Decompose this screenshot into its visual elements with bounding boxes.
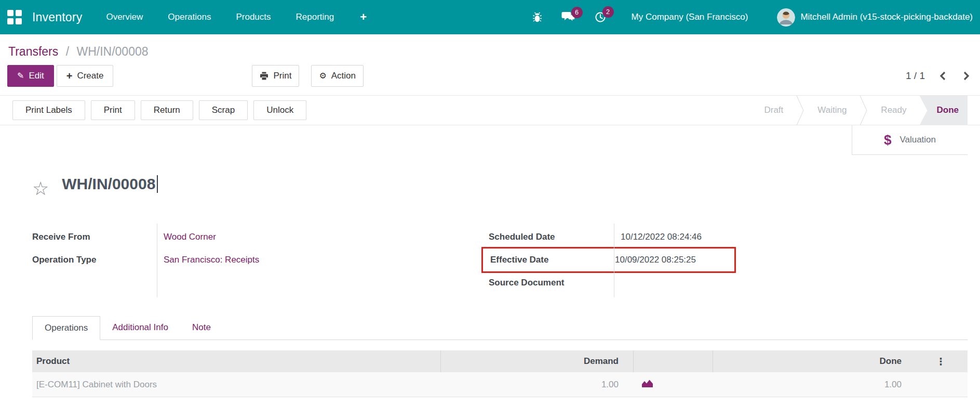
user-avatar[interactable] <box>777 8 795 27</box>
print-button[interactable]: Print <box>252 65 299 87</box>
top-navbar: Inventory Overview Operations Products R… <box>0 0 980 34</box>
forecast-chart-icon[interactable] <box>633 379 713 390</box>
user-menu[interactable]: Mitchell Admin (v15-stock-picking-backda… <box>800 12 973 22</box>
plus-icon: + <box>66 71 73 81</box>
column-header-done: Done <box>713 350 904 372</box>
field-separator <box>157 224 157 297</box>
field-label: Operation Type <box>32 255 157 265</box>
field-source-document: Source Document <box>489 271 736 294</box>
breadcrumb-parent[interactable]: Transfers <box>8 45 58 58</box>
statusbar-buttons: Print Labels Print Return Scrap Unlock <box>12 100 306 120</box>
nav-item-overview[interactable]: Overview <box>106 12 143 22</box>
statusbar: Print Labels Print Return Scrap Unlock D… <box>0 95 980 125</box>
field-receive-from: Receive From Wood Corner <box>32 226 489 249</box>
fields-right-group: Scheduled Date 10/12/2022 08:24:46 Effec… <box>489 226 736 294</box>
table-header: Product Demand Done ⋮ <box>32 350 968 372</box>
fields-area: Receive From Wood Corner Operation Type … <box>32 226 968 294</box>
nav-add-icon[interactable]: + <box>360 10 367 24</box>
unlock-button[interactable]: Unlock <box>253 100 306 120</box>
field-label: Source Document <box>489 278 614 288</box>
chevron-separator-icon <box>860 96 868 125</box>
edit-button[interactable]: ✎ Edit <box>7 65 54 87</box>
column-options-kebab-icon[interactable]: ⋮ <box>936 356 946 367</box>
create-button[interactable]: + Create <box>57 65 114 87</box>
record-title[interactable]: WH/IN/00008 <box>62 175 158 193</box>
column-options-cell: ⋮ <box>904 356 968 368</box>
effective-date-value: 10/09/2022 08:25:25 <box>608 255 696 265</box>
cell-product[interactable]: [E-COM11] Cabinet with Doors <box>32 380 440 390</box>
pager-next-icon[interactable] <box>961 71 971 81</box>
app-name[interactable]: Inventory <box>32 10 82 24</box>
nav-item-products[interactable]: Products <box>236 12 271 22</box>
printer-icon <box>260 72 269 80</box>
breadcrumb: Transfers / WH/IN/00008 <box>0 34 980 59</box>
pencil-icon: ✎ <box>17 72 24 80</box>
status-step-done[interactable]: Done <box>920 96 968 125</box>
column-header-spacer <box>633 350 713 372</box>
status-step-draft[interactable]: Draft <box>751 96 796 125</box>
valuation-button[interactable]: $ Valuation <box>852 125 968 155</box>
messages-icon[interactable]: 6 <box>561 11 575 23</box>
favorite-star-icon[interactable]: ☆ <box>32 179 49 198</box>
debug-bug-icon[interactable] <box>532 11 543 23</box>
pager-count: 1 / 1 <box>906 70 925 82</box>
breadcrumb-separator: / <box>66 45 69 58</box>
print-button-secondary[interactable]: Print <box>91 100 135 120</box>
column-header-demand: Demand <box>440 350 633 372</box>
activities-clock-icon[interactable]: 2 <box>594 11 607 23</box>
status-step-ready[interactable]: Ready <box>868 96 919 125</box>
tab-note[interactable]: Note <box>180 316 223 339</box>
nav-item-reporting[interactable]: Reporting <box>296 12 334 22</box>
field-label: Effective Date <box>490 255 608 265</box>
gear-icon: ⚙ <box>319 72 326 80</box>
scheduled-date-value: 10/12/2022 08:24:46 <box>614 232 702 242</box>
control-panel: ✎ Edit + Create Print ⚙ Action 1 / 1 <box>0 59 980 95</box>
messages-badge: 6 <box>571 7 583 18</box>
chevron-separator-icon <box>796 96 804 125</box>
field-separator <box>614 224 614 297</box>
field-scheduled-date: Scheduled Date 10/12/2022 08:24:46 <box>489 226 736 249</box>
company-switcher[interactable]: My Company (San Francisco) <box>632 12 748 22</box>
form-sheet: $ Valuation ☆ WH/IN/00008 Receive From W… <box>0 125 980 411</box>
text-cursor <box>157 175 158 193</box>
column-header-product: Product <box>32 356 440 367</box>
nav-item-operations[interactable]: Operations <box>168 12 211 22</box>
tab-operations[interactable]: Operations <box>32 316 100 340</box>
notebook-tabs: Operations Additional Info Note <box>32 316 968 340</box>
field-label: Scheduled Date <box>489 232 614 242</box>
operation-type-value[interactable]: San Francisco: Receipts <box>157 255 259 265</box>
table-row[interactable]: [E-COM11] Cabinet with Doors 1.00 1.00 <box>32 372 968 397</box>
navbar-right: 6 2 My Company (San Francisco) Mitchell … <box>513 8 973 27</box>
nav-menu: Overview Operations Products Reporting <box>106 12 334 22</box>
cell-done: 1.00 <box>713 380 904 390</box>
pager: 1 / 1 <box>906 70 971 82</box>
activities-badge: 2 <box>602 6 614 18</box>
title-row: ☆ WH/IN/00008 <box>32 125 968 198</box>
status-step-waiting[interactable]: Waiting <box>804 96 860 125</box>
field-label: Receive From <box>32 232 157 242</box>
print-labels-button[interactable]: Print Labels <box>12 100 85 120</box>
field-operation-type: Operation Type San Francisco: Receipts <box>32 249 489 271</box>
fields-left-group: Receive From Wood Corner Operation Type … <box>32 226 489 294</box>
operations-table: Product Demand Done ⋮ [E-COM11] Cabinet … <box>32 350 968 397</box>
dollar-icon: $ <box>884 132 891 148</box>
scrap-button[interactable]: Scrap <box>199 100 248 120</box>
tab-additional-info[interactable]: Additional Info <box>100 316 180 339</box>
pager-previous-icon[interactable] <box>938 71 948 81</box>
return-button[interactable]: Return <box>141 100 193 120</box>
action-button[interactable]: ⚙ Action <box>311 65 364 87</box>
breadcrumb-current: WH/IN/00008 <box>76 45 148 58</box>
apps-menu-icon[interactable] <box>7 10 22 24</box>
cell-demand: 1.00 <box>440 380 633 390</box>
receive-from-value[interactable]: Wood Corner <box>157 232 216 242</box>
status-pipeline: Draft Waiting Ready Done <box>751 96 968 125</box>
field-effective-date-highlighted: Effective Date 10/09/2022 08:25:25 <box>481 247 736 273</box>
